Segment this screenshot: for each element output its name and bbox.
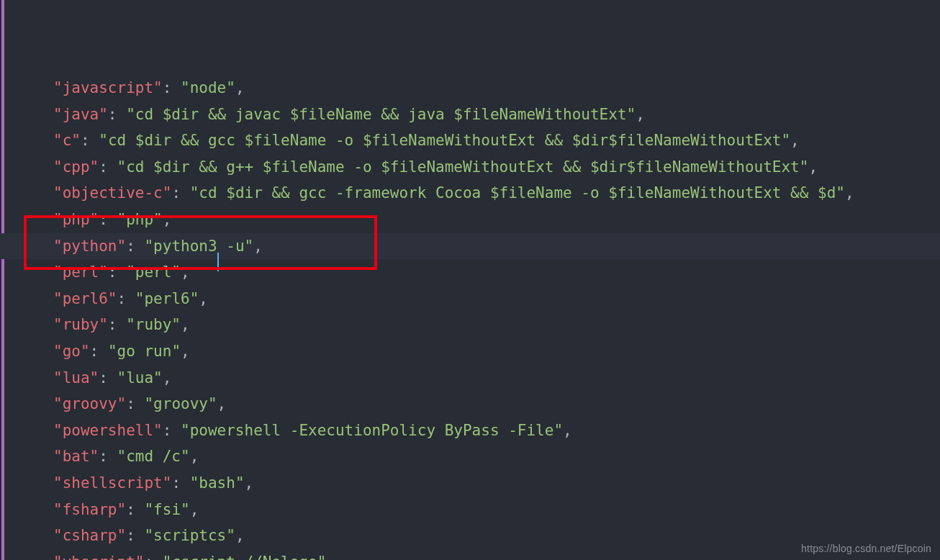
comma: , [563,422,572,439]
comma: , [190,501,199,518]
json-string: "lua" [117,369,163,387]
json-string: "perl" [126,263,181,281]
colon: : [126,238,144,255]
json-string: "cscript //Nologo" [163,554,327,560]
colon: : [99,369,117,387]
json-key: "lua" [53,369,99,387]
json-key: "fsharp" [53,501,126,518]
colon: : [126,395,144,412]
json-key: "cpp" [53,158,99,176]
comma: , [326,554,335,560]
colon: : [90,343,108,360]
json-key: "bat" [53,448,99,465]
json-string: "ruby" [126,316,181,333]
code-line[interactable]: "php": "php", [53,207,940,233]
json-key: "c" [53,132,81,149]
comma: , [190,448,199,465]
json-key: "java" [53,106,108,123]
comma: , [163,211,172,228]
colon: : [99,211,117,228]
colon: : [108,106,126,123]
code-line[interactable]: "csharp": "scriptcs", [53,523,940,549]
code-line[interactable]: "shellscript": "bash", [53,470,940,497]
json-string: "node" [181,79,235,96]
comma: , [181,263,190,281]
json-string: "groovy" [144,395,217,412]
code-line[interactable]: "javascript": "node", [53,75,940,101]
colon: : [99,448,117,465]
json-key: "csharp" [53,527,126,544]
code-line[interactable]: "ruby": "ruby", [53,312,940,338]
json-string: "perl6" [135,290,199,307]
colon: : [81,132,99,149]
json-key: "objective-c" [53,184,171,202]
comma: , [253,238,263,255]
json-key: "groovy" [53,395,126,412]
comma: , [199,290,208,307]
json-string: "powershell -ExecutionPolicy ByPass -Fil… [181,422,563,439]
colon: : [171,474,189,492]
colon: : [163,422,181,439]
code-line[interactable]: "vbscript": "cscript //Nologo", [53,549,940,560]
comma: , [181,316,190,333]
json-string: "cd $dir && javac $fileName && java $fil… [126,106,636,123]
code-line[interactable]: "objective-c": "cd $dir && gcc -framewor… [53,180,940,207]
json-key: "vbscript" [53,554,144,560]
colon: : [144,554,162,560]
json-key: "powershell" [53,422,163,439]
json-string: "cmd /c" [117,448,190,465]
json-string: -u" [217,238,254,255]
json-key: "perl" [53,263,108,281]
json-string: "cd $dir && g++ $fileName -o $fileNameWi… [117,158,809,176]
code-line[interactable]: "go": "go run", [53,338,940,365]
json-key: "go" [53,343,90,360]
json-string: "cd $dir && gcc -framework Cocoa $fileNa… [190,184,845,202]
code-line[interactable]: "bat": "cmd /c", [53,443,940,470]
code-line[interactable]: "perl": "perl", [53,259,940,286]
code-line[interactable]: "perl6": "perl6", [53,286,940,312]
comma: , [245,474,254,492]
json-key: "php" [53,211,99,228]
json-key: "perl6" [53,290,117,307]
json-string: "go run" [108,343,181,360]
json-key: "shellscript" [53,474,171,492]
code-editor[interactable]: "javascript": "node","java": "cd $dir &&… [0,0,940,560]
code-line[interactable]: "groovy": "groovy", [53,391,940,417]
code-line[interactable]: "powershell": "powershell -ExecutionPoli… [53,417,940,444]
json-key: "ruby" [53,316,108,333]
colon: : [126,501,144,518]
json-string: "php" [117,211,163,228]
comma: , [163,369,172,387]
json-string: "scriptcs" [144,527,235,544]
code-line[interactable]: "python": "python3 -u", [53,233,940,260]
code-line[interactable]: "java": "cd $dir && javac $fileName && j… [53,101,940,128]
colon: : [108,263,126,281]
comma: , [790,132,800,149]
code-line[interactable]: "lua": "lua", [53,365,940,392]
comma: , [636,106,645,123]
json-key: "javascript" [53,79,163,96]
code-line[interactable]: "cpp": "cd $dir && g++ $fileName -o $fil… [53,154,940,181]
json-string: "python3 [144,238,217,255]
colon: : [126,527,144,544]
colon: : [163,79,181,96]
json-string: "cd $dir && gcc $fileName -o $fileNameWi… [99,132,790,149]
colon: : [108,316,126,333]
colon: : [117,290,135,307]
comma: , [181,343,190,360]
json-key: "python" [53,238,126,255]
comma: , [808,158,818,176]
json-string: "bash" [190,474,245,492]
comma: , [217,395,227,412]
comma: , [845,184,854,202]
colon: : [171,184,189,202]
comma: , [235,527,245,544]
comma: , [235,79,245,96]
code-line[interactable]: "c": "cd $dir && gcc $fileName -o $fileN… [53,127,940,154]
code-area[interactable]: "javascript": "node","java": "cd $dir &&… [53,75,940,560]
json-string: "fsi" [144,501,189,518]
colon: : [99,158,117,176]
code-line[interactable]: "fsharp": "fsi", [53,497,940,523]
